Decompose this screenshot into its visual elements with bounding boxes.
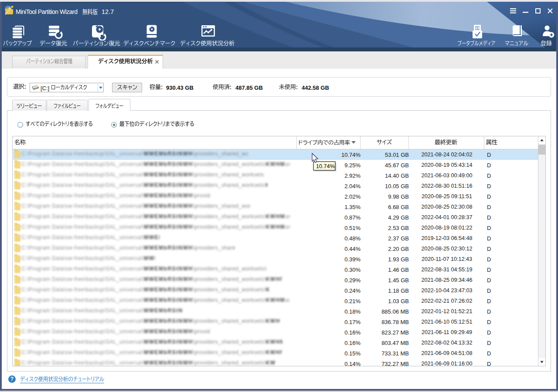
- svg-text:10.74%: 10.74%: [316, 163, 335, 169]
